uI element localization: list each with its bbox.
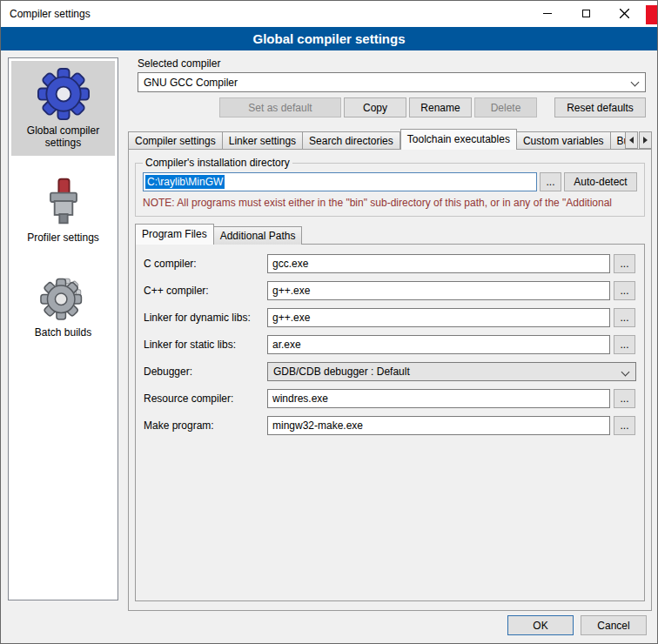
maximize-icon (582, 10, 590, 17)
settings-tabs: Compiler settings Linker settings Search… (128, 129, 652, 150)
debugger-label: Debugger: (144, 366, 264, 378)
main-panel: Selected compiler GNU GCC Compiler Set a… (128, 53, 652, 611)
sidebar-item-label: Global compiler settings (13, 124, 113, 149)
dialog-buttons: OK Cancel (507, 615, 647, 635)
c-compiler-browse-button[interactable]: ... (614, 254, 635, 273)
tab-custom-variables[interactable]: Custom variables (517, 131, 611, 150)
caption-buttons (528, 1, 643, 26)
tab-search-directories[interactable]: Search directories (303, 131, 400, 150)
resource-compiler-input[interactable] (267, 389, 610, 408)
cpp-compiler-label: C++ compiler: (144, 285, 264, 297)
selected-compiler-label: Selected compiler (138, 57, 646, 70)
tab-scroll-left-button[interactable] (625, 131, 638, 149)
c-compiler-label: C compiler: (144, 258, 264, 270)
field-row: Resource compiler: ... (144, 389, 636, 408)
static-linker-label: Linker for static libs: (144, 339, 264, 351)
selected-compiler-select[interactable]: GNU GCC Compiler (138, 72, 646, 92)
copy-button[interactable]: Copy (344, 97, 406, 117)
installation-directory-row: C:\raylib\MinGW ... Auto-detect (143, 172, 637, 191)
tab-program-files[interactable]: Program Files (135, 224, 214, 245)
arrow-right-icon (643, 137, 648, 144)
dynamic-linker-label: Linker for dynamic libs: (144, 312, 264, 324)
installation-directory-browse-button[interactable]: ... (540, 172, 561, 191)
sidebar-item-batch-builds[interactable]: Batch builds (11, 263, 115, 345)
gear-gray-icon (37, 270, 90, 322)
installation-directory-input[interactable]: C:\raylib\MinGW (143, 172, 537, 191)
delete-button: Delete (474, 97, 537, 117)
field-row: Linker for static libs: ... (144, 335, 636, 354)
chevron-down-icon (621, 368, 630, 377)
auto-detect-button[interactable]: Auto-detect (564, 172, 637, 191)
toolchain-executables-page: Compiler's installation directory C:\ray… (128, 149, 652, 611)
tab-linker-settings[interactable]: Linker settings (223, 131, 303, 150)
resource-compiler-label: Resource compiler: (144, 392, 264, 405)
background-close-button (646, 5, 657, 24)
selected-compiler-value: GNU GCC Compiler (144, 77, 238, 89)
arrow-left-icon (629, 137, 634, 144)
program-files-page: C compiler: ... C++ compiler: ... Linker… (135, 244, 645, 601)
gear-blue-icon (37, 68, 90, 120)
page-title: Global compiler settings (1, 27, 657, 50)
profiler-tool-icon (37, 175, 90, 227)
dynamic-linker-input[interactable] (267, 308, 610, 327)
make-program-label: Make program: (144, 419, 264, 432)
field-row: Make program: ... (144, 416, 636, 435)
make-program-browse-button[interactable]: ... (614, 416, 635, 435)
sidebar-item-profiler-settings[interactable]: Profiler settings (11, 168, 115, 251)
tab-compiler-settings[interactable]: Compiler settings (128, 131, 223, 150)
tab-scroll-buttons (625, 131, 652, 149)
compiler-actions: Set as default Copy Rename Delete Reset … (138, 97, 646, 117)
installation-directory-group-title: Compiler's installation directory (143, 157, 292, 169)
installation-directory-group: Compiler's installation directory C:\ray… (135, 157, 645, 217)
minimize-icon (543, 13, 552, 14)
titlebar: Compiler settings (1, 1, 657, 27)
rename-button[interactable]: Rename (409, 97, 472, 117)
reset-defaults-button[interactable]: Reset defaults (554, 97, 646, 117)
sidebar-item-global-compiler-settings[interactable]: Global compiler settings (11, 61, 115, 156)
settings-category-list: Global compiler settings Profiler settin… (8, 57, 118, 600)
window-title: Compiler settings (1, 8, 91, 20)
dynamic-linker-browse-button[interactable]: ... (614, 308, 635, 327)
static-linker-browse-button[interactable]: ... (614, 335, 635, 354)
field-row: C compiler: ... (144, 254, 636, 273)
maximize-button[interactable] (567, 1, 605, 26)
close-icon (620, 9, 629, 18)
resource-compiler-browse-button[interactable]: ... (614, 389, 635, 408)
set-as-default-button: Set as default (219, 97, 341, 117)
program-tabs: Program Files Additional Paths (135, 225, 645, 245)
ok-button[interactable]: OK (507, 615, 574, 635)
field-row: Linker for dynamic libs: ... (144, 308, 636, 327)
compiler-settings-dialog: Compiler settings Global compiler settin… (0, 0, 658, 644)
close-button[interactable] (605, 1, 643, 26)
cpp-compiler-browse-button[interactable]: ... (614, 281, 635, 300)
static-linker-input[interactable] (267, 335, 610, 354)
tab-toolchain-executables[interactable]: Toolchain executables (400, 129, 517, 150)
tab-additional-paths[interactable]: Additional Paths (214, 226, 303, 245)
c-compiler-input[interactable] (267, 254, 610, 273)
field-row: Debugger: GDB/CDB debugger : Default (144, 362, 636, 381)
sidebar-item-label: Batch builds (35, 326, 91, 339)
minimize-button[interactable] (528, 1, 567, 26)
bin-subdirectory-note: NOTE: All programs must exist either in … (143, 197, 637, 209)
cpp-compiler-input[interactable] (267, 281, 610, 300)
field-row: C++ compiler: ... (144, 281, 636, 300)
tab-scroll-right-button[interactable] (639, 131, 652, 149)
sidebar-item-label: Profiler settings (27, 231, 99, 244)
make-program-input[interactable] (267, 416, 610, 435)
cancel-button[interactable]: Cancel (581, 615, 647, 635)
debugger-select[interactable]: GDB/CDB debugger : Default (267, 362, 636, 381)
debugger-value: GDB/CDB debugger : Default (273, 366, 410, 378)
installation-directory-value: C:\raylib\MinGW (145, 175, 225, 189)
chevron-down-icon (631, 78, 640, 87)
